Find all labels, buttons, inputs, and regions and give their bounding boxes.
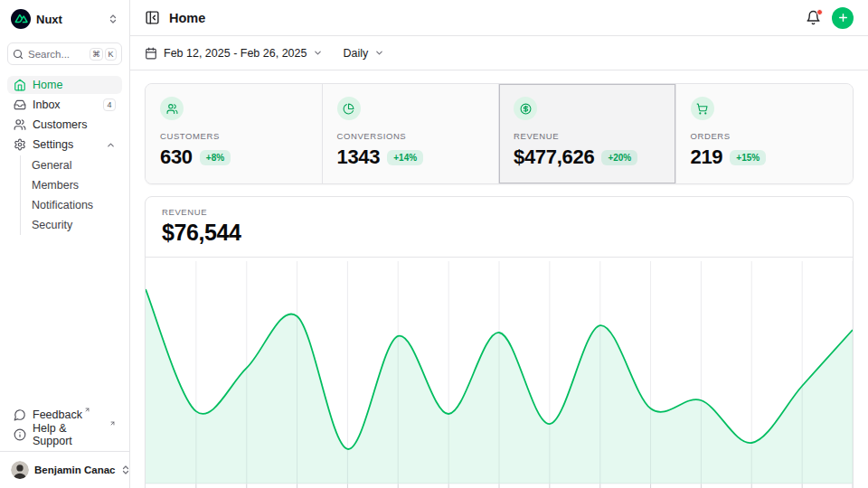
revenue-chart-card: REVENUE $76,544 14 Feb 16 Feb 18 Feb 20 … [145,196,854,488]
sidebar-item-help-support[interactable]: Help & Support [7,426,122,444]
chevrons-up-down-icon [108,14,118,24]
chevron-down-icon [374,48,384,58]
filter-toolbar: Feb 12, 2025 - Feb 26, 2025 Daily [130,36,868,70]
sidebar-item-label: Settings [33,138,73,151]
user-name: Benjamin Canac [34,465,115,475]
stat-delta-badge: +20% [601,150,637,165]
stat-value: 219 [691,145,723,169]
stat-card-customers[interactable]: CUSTOMERS 630 +8% [146,84,323,183]
sidebar-item-label: Help & Support [33,422,108,447]
stat-value: $477,626 [514,145,594,169]
date-range-picker[interactable]: Feb 12, 2025 - Feb 26, 2025 [145,47,323,60]
sidebar-item-label: General [32,159,71,172]
search-icon [13,49,24,60]
topbar: Home [130,0,868,36]
stat-delta-badge: +8% [200,150,231,165]
sidebar-item-label: Notifications [32,199,93,211]
home-icon [14,79,26,91]
gear-icon [14,138,26,151]
collapse-sidebar-icon[interactable] [145,10,160,25]
stat-delta-badge: +14% [387,150,423,165]
chevron-up-icon[interactable] [106,140,116,150]
chart-metric-label: REVENUE [162,207,836,217]
calendar-icon [145,47,157,60]
sidebar-item-members[interactable]: Members [26,175,122,195]
chart-header: REVENUE $76,544 [146,197,853,258]
sidebar-item-customers[interactable]: Customers [7,116,122,134]
sidebar-item-home[interactable]: Home [7,76,122,94]
external-link-icon [109,420,116,427]
sidebar-item-security[interactable]: Security [26,215,122,235]
sidebar-item-notifications[interactable]: Notifications [26,195,122,215]
inbox-icon [14,99,26,111]
nuxt-logo-icon [11,9,31,29]
revenue-area-chart [146,261,853,488]
kbd-cmd: ⌘ [90,48,103,61]
app-window: Nuxt Search... ⌘ K Home Inbox [0,0,868,488]
sidebar-item-label: Home [33,79,62,91]
team-name: Nuxt [36,13,62,26]
notification-dot [816,9,823,15]
add-button[interactable] [832,7,854,29]
interval-value: Daily [343,47,368,60]
avatar [11,461,29,479]
stat-label: REVENUE [514,131,661,141]
chart-plot-area[interactable]: 14 Feb 16 Feb 18 Feb 20 Feb 22 Feb 24 Fe… [146,258,853,488]
page-title: Home [169,11,205,25]
search-placeholder: Search... [28,49,70,60]
info-icon [14,428,26,441]
stat-label: ORDERS [691,131,839,141]
interval-select[interactable]: Daily [343,47,384,60]
sidebar-nav: Home Inbox 4 Customers Settings Ge [7,76,122,235]
sidebar-item-label: Security [32,219,72,231]
message-circle-icon [14,408,26,421]
stat-card-orders[interactable]: ORDERS 219 +15% [676,84,854,183]
sidebar-item-inbox[interactable]: Inbox 4 [7,96,122,114]
inbox-count-badge: 4 [103,99,116,111]
stats-row: CUSTOMERS 630 +8% CONVERSIONS 1343 +14% [145,83,854,184]
stat-label: CONVERSIONS [337,131,485,141]
stat-label: CUSTOMERS [160,131,307,141]
settings-submenu: General Members Notifications Security [20,155,122,235]
stat-card-revenue[interactable]: REVENUE $477,626 +20% [499,84,676,183]
sidebar-item-general[interactable]: General [26,155,122,175]
stat-delta-badge: +15% [730,150,766,165]
stat-card-conversions[interactable]: CONVERSIONS 1343 +14% [323,84,500,183]
user-section: Benjamin Canac [0,451,129,481]
content: CUSTOMERS 630 +8% CONVERSIONS 1343 +14% [130,70,868,488]
external-link-icon [84,407,90,413]
plus-icon [837,12,849,23]
stat-value: 630 [160,145,193,169]
user-menu[interactable]: Benjamin Canac [7,459,122,481]
chart-metric-value: $76,544 [162,220,836,246]
sidebar-item-label: Feedback [33,408,82,421]
dollar-circle-icon [514,97,537,120]
sidebar: Nuxt Search... ⌘ K Home Inbox [0,0,130,488]
customers-icon [160,97,184,120]
search-input[interactable]: Search... ⌘ K [7,42,122,65]
notifications-button[interactable] [806,10,821,25]
sidebar-item-label: Customers [33,118,87,131]
search-shortcut: ⌘ K [90,48,117,61]
sidebar-item-label: Inbox [33,99,61,111]
kbd-k: K [105,48,117,61]
sidebar-item-label: Members [32,179,79,192]
sidebar-item-feedback[interactable]: Feedback [7,406,122,424]
team-selector[interactable]: Nuxt [7,7,122,31]
chevron-down-icon [313,48,323,58]
sidebar-item-settings[interactable]: Settings [7,136,122,154]
shopping-cart-icon [691,97,714,120]
date-range-value: Feb 12, 2025 - Feb 26, 2025 [164,47,307,60]
pie-chart-icon [337,97,361,120]
users-icon [14,118,26,131]
stat-value: 1343 [337,145,381,169]
main-area: Home Feb 12, 2025 - Feb 26, 2025 Daily [130,0,868,488]
